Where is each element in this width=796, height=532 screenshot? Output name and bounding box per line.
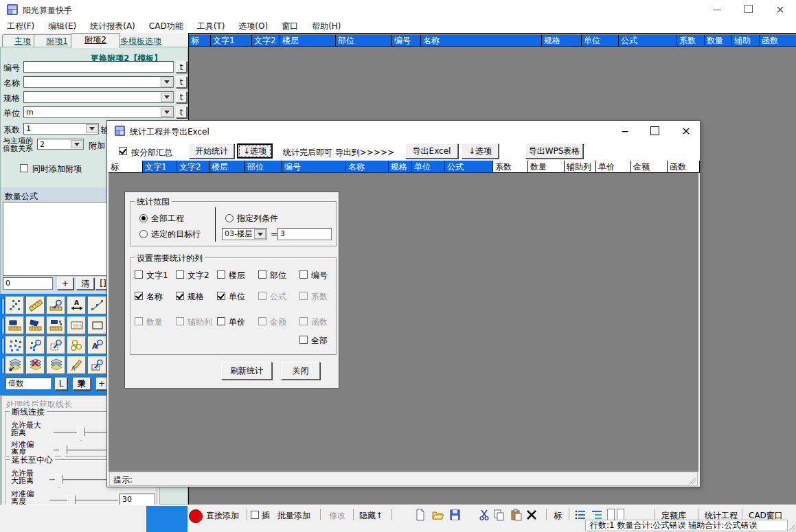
- slope-dots-icon[interactable]: [47, 316, 65, 334]
- t-button[interactable]: t: [176, 106, 187, 118]
- close-dialog-button[interactable]: 关闭: [281, 362, 320, 380]
- t-button[interactable]: t: [176, 76, 187, 88]
- column-checkbox-规格[interactable]: [176, 292, 184, 300]
- menu-item-1[interactable]: 工程(F): [0, 19, 41, 34]
- layers-delete-icon[interactable]: [26, 356, 45, 374]
- toolbar-grip[interactable]: [1, 298, 5, 314]
- menu-item-4[interactable]: CAD功能: [142, 19, 190, 34]
- dialog-close-button[interactable]: ×: [672, 121, 701, 141]
- refresh-statistics-button[interactable]: 刷新统计: [221, 362, 272, 380]
- dialog-minimize-button[interactable]: −: [611, 121, 639, 141]
- modify-button[interactable]: 修改: [329, 510, 345, 522]
- maximize-button[interactable]: [733, 0, 764, 19]
- column-header-编号[interactable]: 编号: [392, 35, 421, 46]
- align-offset-slider-2[interactable]: [49, 500, 118, 501]
- column-checkbox-辅助列[interactable]: [176, 317, 184, 325]
- export-wps-button[interactable]: 导出WPS表格: [525, 143, 583, 159]
- column-header-规格[interactable]: 规格: [542, 35, 582, 46]
- text-zoom-icon[interactable]: A: [88, 336, 106, 354]
- add-batch-button[interactable]: 批量添加: [277, 510, 310, 522]
- qty-button-+[interactable]: +: [57, 277, 73, 290]
- field-input-名称[interactable]: [23, 76, 174, 88]
- column-header-名称[interactable]: 名称: [421, 35, 542, 46]
- dialog-column-header-规格[interactable]: 规格: [389, 161, 412, 173]
- slider-thumb[interactable]: [77, 427, 85, 441]
- toolbar-grip[interactable]: [1, 338, 5, 354]
- chevron-down-icon[interactable]: [161, 93, 172, 102]
- column-checkbox-函数[interactable]: [299, 317, 308, 325]
- column-checkbox-公式[interactable]: [258, 292, 266, 300]
- field-input-规格[interactable]: [23, 91, 174, 103]
- summarize-checkbox[interactable]: [119, 147, 127, 155]
- column-header-公式[interactable]: 公式: [619, 35, 677, 46]
- menu-item-6[interactable]: 选项(O): [231, 19, 275, 34]
- copy-icon[interactable]: [493, 509, 505, 521]
- column-checkbox-系数[interactable]: [299, 292, 308, 300]
- column-header-辅助[interactable]: 辅助: [732, 35, 760, 46]
- resize-grip-icon[interactable]: [788, 523, 796, 531]
- column-header-函数[interactable]: 函数: [760, 35, 796, 46]
- column-checkbox-楼层[interactable]: [217, 270, 225, 279]
- delete-icon[interactable]: [525, 509, 538, 521]
- slope-ruler-icon[interactable]: [5, 316, 24, 334]
- menu-item-3[interactable]: 统计报表(A): [83, 19, 142, 34]
- dialog-column-header-数量[interactable]: 数量: [528, 161, 565, 173]
- dim-box-icon[interactable]: 555: [67, 316, 86, 334]
- dots-zoom-icon[interactable]: [26, 336, 45, 354]
- condition-column-combo[interactable]: 03-楼层: [222, 228, 267, 240]
- add-attach-checkbox[interactable]: [20, 164, 28, 172]
- dialog-resize-grip-icon[interactable]: [688, 476, 696, 485]
- dialog-column-header-单位[interactable]: 单位: [412, 161, 445, 173]
- dialog-column-header-标[interactable]: 标: [109, 161, 143, 173]
- add-direct-button[interactable]: 直接添加: [206, 510, 239, 522]
- layers-icon[interactable]: [47, 356, 65, 374]
- column-checkbox-文字2[interactable]: [176, 270, 184, 279]
- rect-outline-icon[interactable]: [88, 316, 106, 334]
- dialog-column-header-文字1[interactable]: 文字1: [143, 161, 177, 173]
- column-header-楼层[interactable]: 楼层: [280, 35, 336, 46]
- radio-all-projects[interactable]: [139, 214, 148, 222]
- start-statistics-button[interactable]: 开始统计: [189, 143, 234, 159]
- export-excel-button[interactable]: 导出Excel: [405, 143, 458, 159]
- dialog-column-header-函数[interactable]: 函数: [668, 161, 700, 173]
- multiplier-button-乘[interactable]: 乘: [73, 378, 91, 390]
- menu-item-5[interactable]: 工具(T): [190, 19, 232, 34]
- qty-button-清[interactable]: 清: [76, 277, 94, 290]
- toolbar-grip[interactable]: [1, 358, 5, 374]
- dialog-column-header-文字2[interactable]: 文字2: [177, 161, 209, 173]
- t-button[interactable]: t: [176, 91, 187, 103]
- multiplier-input[interactable]: 倍数: [5, 378, 52, 390]
- dialog-maximize-button[interactable]: [640, 121, 669, 141]
- layers-arrow-icon[interactable]: [5, 356, 24, 374]
- cut-icon[interactable]: [478, 509, 490, 521]
- menu-item-2[interactable]: 编辑(E): [41, 19, 83, 34]
- column-header-单位[interactable]: 单位: [582, 35, 619, 46]
- ruler-icon[interactable]: [26, 297, 45, 314]
- condition-value-input[interactable]: 3: [277, 228, 332, 240]
- options-button-2[interactable]: ↓选项: [462, 143, 499, 159]
- chevron-down-icon[interactable]: [86, 124, 98, 133]
- ruler-zoom-icon[interactable]: [47, 297, 65, 314]
- column-checkbox-全部[interactable]: [299, 336, 308, 344]
- options-button-1[interactable]: ↓选项: [237, 143, 273, 159]
- chevron-down-icon[interactable]: [254, 229, 266, 239]
- record-indicator-icon[interactable]: [189, 509, 203, 523]
- dialog-column-header-部位[interactable]: 部位: [245, 161, 282, 173]
- field-input-单位[interactable]: m: [23, 106, 174, 118]
- mark-button[interactable]: 标: [554, 510, 562, 522]
- insert-checkbox[interactable]: [251, 511, 259, 519]
- hatch-zoom-icon[interactable]: [88, 356, 106, 374]
- close-button[interactable]: ×: [764, 0, 796, 19]
- field-input-编号[interactable]: [23, 61, 174, 73]
- dialog-column-header-辅助列[interactable]: 辅助列: [565, 161, 596, 173]
- hide-button[interactable]: 隐藏↑: [359, 510, 383, 522]
- chevron-down-icon[interactable]: [161, 78, 172, 86]
- column-header-标[interactable]: 标: [189, 35, 211, 46]
- radio-column-condition[interactable]: [225, 214, 234, 222]
- qty-value-input[interactable]: 0: [3, 277, 53, 290]
- pencil-text-icon[interactable]: A: [67, 356, 86, 374]
- column-checkbox-金额[interactable]: [258, 317, 266, 325]
- menu-item-8[interactable]: 帮助(H): [305, 19, 348, 34]
- open-folder-icon[interactable]: [431, 509, 444, 521]
- column-checkbox-数量[interactable]: [135, 317, 143, 325]
